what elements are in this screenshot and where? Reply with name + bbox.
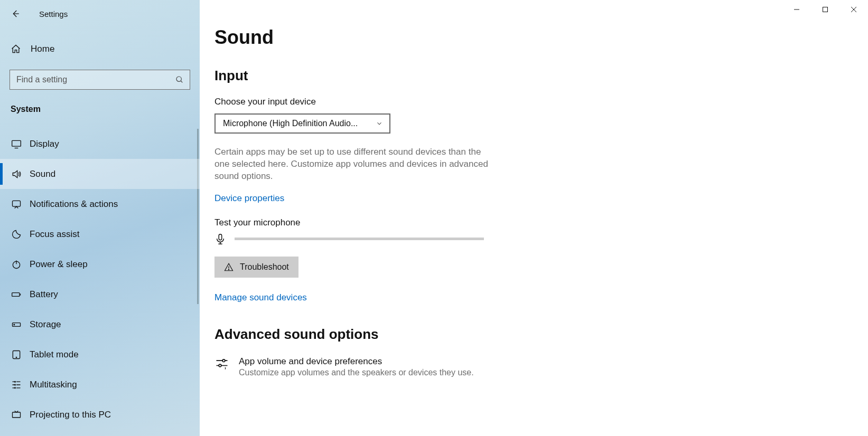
sidebar-item-battery[interactable]: Battery bbox=[0, 279, 200, 309]
window-controls bbox=[782, 0, 868, 19]
focus-assist-icon bbox=[11, 229, 22, 240]
sidebar-item-focus-assist[interactable]: Focus assist bbox=[0, 219, 200, 249]
input-description: Certain apps may be set up to use differ… bbox=[214, 146, 494, 183]
test-microphone-label: Test your microphone bbox=[214, 217, 717, 228]
sliders-icon bbox=[214, 356, 229, 371]
search-icon bbox=[175, 75, 184, 84]
sidebar-item-storage[interactable]: Storage bbox=[0, 309, 200, 339]
sidebar-item-notifications[interactable]: Notifications & actions bbox=[0, 189, 200, 219]
svg-rect-2 bbox=[13, 201, 21, 206]
multitasking-icon bbox=[11, 380, 22, 390]
sidebar-item-label: Projecting to this PC bbox=[30, 410, 111, 420]
app-volume-title: App volume and device preferences bbox=[239, 356, 474, 367]
sidebar-home-label: Home bbox=[31, 44, 54, 54]
app-volume-subtitle: Customize app volumes and the speakers o… bbox=[239, 368, 474, 377]
svg-rect-12 bbox=[13, 412, 21, 418]
svg-point-8 bbox=[16, 357, 16, 357]
search-input[interactable] bbox=[10, 70, 190, 90]
svg-rect-13 bbox=[823, 7, 828, 12]
sidebar-item-label: Sound bbox=[30, 169, 55, 179]
device-properties-link[interactable]: Device properties bbox=[214, 193, 284, 204]
sidebar-item-sound[interactable]: Sound bbox=[0, 159, 200, 189]
sidebar-nav: Display Sound Notifications & actions Fo… bbox=[0, 129, 200, 430]
input-device-selected: Microphone (High Definition Audio... bbox=[223, 119, 358, 128]
svg-point-10 bbox=[15, 384, 16, 385]
sidebar-home[interactable]: Home bbox=[0, 36, 200, 62]
svg-point-9 bbox=[15, 381, 16, 382]
back-icon[interactable] bbox=[11, 9, 20, 18]
sidebar-item-label: Battery bbox=[30, 289, 58, 300]
microphone-icon bbox=[214, 233, 226, 245]
troubleshoot-label: Troubleshoot bbox=[240, 262, 289, 272]
svg-point-0 bbox=[176, 77, 181, 81]
svg-point-6 bbox=[14, 324, 15, 325]
projecting-icon bbox=[11, 410, 22, 420]
maximize-button[interactable] bbox=[811, 0, 839, 19]
svg-rect-4 bbox=[12, 292, 20, 296]
power-icon bbox=[11, 259, 22, 270]
microphone-level-bar bbox=[235, 238, 484, 240]
main-content: Sound Input Choose your input device Mic… bbox=[200, 0, 868, 436]
display-icon bbox=[11, 139, 22, 149]
section-advanced-heading: Advanced sound options bbox=[214, 326, 717, 343]
battery-icon bbox=[11, 289, 22, 300]
sidebar-item-label: Storage bbox=[30, 319, 61, 330]
sidebar-item-label: Focus assist bbox=[30, 229, 79, 240]
home-icon bbox=[11, 44, 21, 54]
sidebar: Settings Home System Display bbox=[0, 0, 200, 436]
sidebar-item-label: Display bbox=[30, 139, 59, 149]
sidebar-item-tablet-mode[interactable]: Tablet mode bbox=[0, 339, 200, 369]
manage-sound-devices-link[interactable]: Manage sound devices bbox=[214, 292, 307, 303]
sidebar-item-label: Notifications & actions bbox=[30, 199, 118, 210]
sound-icon bbox=[11, 169, 22, 179]
svg-rect-1 bbox=[12, 140, 21, 146]
microphone-test-row bbox=[214, 233, 717, 245]
svg-point-11 bbox=[15, 387, 16, 388]
tablet-icon bbox=[11, 349, 22, 360]
app-volume-preferences[interactable]: App volume and device preferences Custom… bbox=[214, 356, 717, 377]
choose-input-label: Choose your input device bbox=[214, 97, 717, 107]
svg-rect-14 bbox=[219, 234, 222, 240]
page-title: Sound bbox=[214, 26, 717, 49]
sidebar-item-label: Multitasking bbox=[30, 380, 77, 390]
warning-icon bbox=[224, 262, 234, 272]
section-input-heading: Input bbox=[214, 68, 717, 84]
sidebar-item-power-sleep[interactable]: Power & sleep bbox=[0, 249, 200, 279]
sidebar-item-projecting[interactable]: Projecting to this PC bbox=[0, 400, 200, 430]
troubleshoot-button[interactable]: Troubleshoot bbox=[214, 257, 298, 278]
svg-point-15 bbox=[228, 269, 229, 270]
window-title: Settings bbox=[39, 10, 68, 18]
svg-point-17 bbox=[219, 364, 221, 367]
svg-point-16 bbox=[222, 359, 225, 362]
chevron-down-icon bbox=[376, 120, 383, 127]
sidebar-group-label: System bbox=[0, 105, 200, 114]
sidebar-item-multitasking[interactable]: Multitasking bbox=[0, 369, 200, 400]
minimize-button[interactable] bbox=[782, 0, 811, 19]
storage-icon bbox=[11, 319, 22, 330]
notifications-icon bbox=[11, 199, 22, 210]
input-device-dropdown[interactable]: Microphone (High Definition Audio... bbox=[214, 113, 390, 134]
sidebar-item-label: Power & sleep bbox=[30, 259, 88, 270]
sidebar-item-label: Tablet mode bbox=[30, 349, 79, 360]
close-button[interactable] bbox=[839, 0, 868, 19]
sidebar-item-display[interactable]: Display bbox=[0, 129, 200, 159]
